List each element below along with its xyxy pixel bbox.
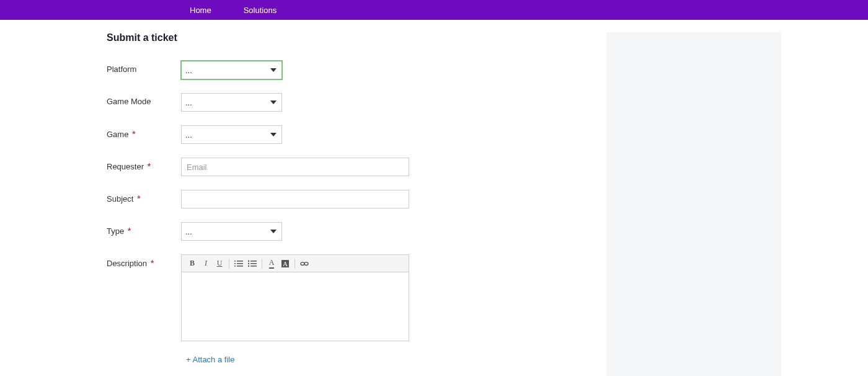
svg-rect-0: [237, 261, 243, 262]
top-nav: Home Solutions: [0, 0, 868, 20]
underline-icon[interactable]: U: [213, 257, 226, 271]
svg-rect-5: [234, 266, 236, 267]
required-marker: *: [132, 128, 136, 139]
ordered-list-icon[interactable]: [232, 257, 246, 271]
svg-rect-8: [250, 266, 257, 267]
svg-rect-7: [250, 263, 257, 264]
toolbar-separator: [294, 259, 295, 269]
toolbar-separator: [262, 259, 262, 269]
label-subject: Subject *: [107, 190, 181, 204]
select-platform[interactable]: ...: [181, 61, 282, 79]
svg-point-12: [301, 262, 304, 265]
text-color-icon[interactable]: A: [265, 257, 278, 271]
required-marker: *: [128, 225, 131, 236]
editor-body[interactable]: [182, 272, 409, 341]
editor-toolbar: B I U A A: [182, 255, 409, 272]
toolbar-separator: [229, 259, 229, 269]
italic-icon[interactable]: I: [199, 257, 213, 271]
svg-rect-6: [250, 261, 257, 262]
svg-point-11: [248, 265, 249, 266]
rich-text-editor: B I U A A: [181, 254, 409, 341]
svg-rect-3: [234, 261, 236, 262]
input-requester[interactable]: [181, 158, 409, 176]
page-title: Submit a ticket: [107, 32, 588, 43]
attach-file-link[interactable]: + Attach a file: [181, 355, 234, 364]
form-container: Submit a ticket Platform ... Game Mode .…: [87, 20, 606, 376]
label-type: Type *: [107, 222, 181, 236]
nav-home[interactable]: Home: [190, 6, 211, 15]
bg-color-icon[interactable]: A: [278, 257, 292, 271]
required-marker: *: [151, 257, 154, 268]
label-requester: Requester *: [107, 158, 181, 171]
label-game-mode: Game Mode: [107, 93, 181, 106]
svg-point-10: [248, 262, 249, 264]
select-type[interactable]: ...: [181, 222, 282, 241]
unordered-list-icon[interactable]: [246, 257, 259, 271]
label-game: Game *: [107, 125, 181, 139]
right-sidebar: [606, 32, 781, 376]
svg-rect-2: [237, 266, 243, 267]
svg-point-9: [248, 260, 249, 261]
svg-rect-1: [237, 263, 243, 264]
required-marker: *: [137, 193, 141, 204]
input-subject[interactable]: [181, 190, 409, 208]
select-game[interactable]: ...: [181, 125, 282, 144]
label-description: Description *: [107, 254, 181, 268]
select-game-mode[interactable]: ...: [181, 93, 282, 112]
required-marker: *: [148, 161, 151, 171]
bold-icon[interactable]: B: [185, 257, 199, 271]
svg-point-13: [304, 262, 308, 265]
nav-solutions[interactable]: Solutions: [244, 6, 277, 15]
label-platform: Platform: [107, 61, 181, 74]
svg-rect-4: [234, 263, 236, 264]
link-icon[interactable]: [298, 257, 311, 271]
